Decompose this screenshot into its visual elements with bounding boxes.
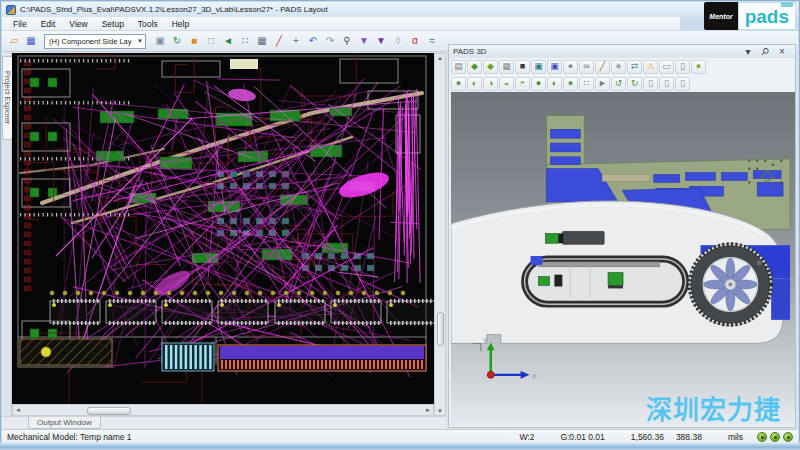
viewport-3d[interactable]: Y X: [451, 92, 795, 422]
undo-icon[interactable]: ↶: [305, 34, 321, 49]
view-iso-icon[interactable]: ◐: [547, 77, 562, 91]
scroll-left-icon[interactable]: ◄: [13, 407, 23, 413]
board-color-icon[interactable]: ■: [186, 34, 202, 49]
status-width: W:2: [519, 432, 534, 442]
view-bottom-icon[interactable]: ◐: [467, 77, 482, 91]
view-left-icon[interactable]: ◑: [483, 77, 498, 91]
move-icon[interactable]: +: [288, 34, 304, 49]
window-icon[interactable]: ▣: [152, 34, 168, 49]
mentor-logo: Mentor: [704, 2, 737, 30]
mirror-icon[interactable]: ⇄: [627, 60, 642, 74]
alpha-tool-icon[interactable]: α: [407, 34, 423, 49]
watermark: 深圳宏力捷: [646, 389, 781, 426]
new-sheet-icon[interactable]: □: [203, 34, 219, 49]
dimension-icon[interactable]: ∗: [611, 60, 626, 74]
view-ortho-icon[interactable]: ●: [563, 77, 578, 91]
sphere-icon[interactable]: ●: [691, 60, 706, 74]
scroll-right-icon[interactable]: ►: [423, 407, 433, 413]
heatpipe-loop: [525, 256, 686, 304]
pads-logo: pads: [738, 2, 796, 30]
draw-line-icon[interactable]: ╱: [271, 34, 287, 49]
image-icon[interactable]: ▦: [254, 34, 270, 49]
bookmark-teal-icon[interactable]: ▣: [531, 60, 546, 74]
vertical-scrollbar[interactable]: ▲ ▼: [434, 53, 446, 416]
report-icon[interactable]: ▭: [659, 60, 674, 74]
status-green-1[interactable]: [757, 432, 767, 442]
bright-component: [230, 59, 258, 69]
spin-view-icon[interactable]: ◆: [483, 60, 498, 74]
scroll-up-icon[interactable]: ▲: [435, 55, 445, 61]
snapshot1-icon[interactable]: ▯: [643, 77, 658, 91]
binoculars-icon[interactable]: ∞: [579, 60, 594, 74]
export-icon[interactable]: ▯: [675, 60, 690, 74]
horizontal-scroll-thumb[interactable]: [87, 407, 131, 415]
panel-window-buttons: ▾⚲×: [740, 44, 791, 59]
view-top-icon[interactable]: ●: [451, 77, 466, 91]
select-3d-icon[interactable]: ▤: [451, 60, 466, 74]
menu-tools[interactable]: Tools: [131, 19, 165, 29]
measure-icon[interactable]: ╱: [595, 60, 610, 74]
pads-3d-toolbar-1: ▤◆◆▦■▣▣●∞╱∗⇄⚠▭▯●: [451, 58, 793, 75]
menu-file[interactable]: File: [6, 19, 34, 29]
save-icon[interactable]: ▦: [23, 34, 39, 49]
blue-side-panel-3d: [771, 279, 790, 320]
pads-3d-title: PADS 3D: [453, 47, 487, 56]
pcb-canvas[interactable]: [12, 53, 434, 404]
grid-icon[interactable]: ∷: [237, 34, 253, 49]
menu-setup[interactable]: Setup: [95, 19, 131, 29]
window-title: C:\PADS_Stnd_Plus_Eval\PADSVX.1.2\Lesson…: [20, 5, 328, 14]
analysis-icon[interactable]: ≈: [424, 34, 440, 49]
axis-x-label: X: [532, 372, 538, 381]
pads-logo-tab: [781, 2, 793, 7]
zoom-3d-icon[interactable]: ●: [563, 60, 578, 74]
output-window-row: Output Window: [2, 416, 446, 429]
snapshot3-icon[interactable]: ▯: [675, 77, 690, 91]
select-filter-icon[interactable]: ◄: [220, 34, 236, 49]
status-grid: G:0.01 0.01: [560, 432, 604, 442]
fan-3d: [689, 243, 773, 326]
status-message: Mechanical Model: Temp name 1: [7, 432, 132, 442]
orbit-right-icon[interactable]: ↻: [627, 77, 642, 91]
status-green-2[interactable]: [770, 432, 780, 442]
menu-view[interactable]: View: [62, 19, 94, 29]
status-green-3[interactable]: [783, 432, 793, 442]
status-units[interactable]: mils: [728, 432, 743, 442]
horizontal-scrollbar[interactable]: ◄ ►: [12, 404, 434, 416]
view-back-icon[interactable]: ●: [531, 77, 546, 91]
layer-dropdown[interactable]: (H) Component Side Lay ▼: [44, 34, 146, 49]
title-bar[interactable]: C:\PADS_Stnd_Plus_Eval\PADSVX.1.2\Lesson…: [2, 2, 798, 17]
view-right-icon[interactable]: ◒: [499, 77, 514, 91]
menu-help[interactable]: Help: [165, 19, 196, 29]
drc-warning-icon[interactable]: ⚠: [643, 60, 658, 74]
vertical-scroll-thumb[interactable]: [437, 312, 444, 346]
redo-icon[interactable]: ↷: [322, 34, 338, 49]
zoom-icon[interactable]: ⚲: [339, 34, 355, 49]
pointer-3d-icon[interactable]: ►: [595, 77, 610, 91]
status-bar: Mechanical Model: Temp name 1 W:2 G:0.01…: [2, 429, 798, 443]
grid-3d-icon[interactable]: ∷: [579, 77, 594, 91]
brand-logo: Mentor pads: [704, 2, 796, 30]
pads-layout-window: C:\PADS_Stnd_Plus_Eval\PADSVX.1.2\Lesson…: [0, 0, 800, 450]
axis-y-label: Y: [483, 336, 489, 345]
status-y-coord: 388.38: [676, 432, 702, 442]
refresh-icon[interactable]: ↻: [169, 34, 185, 49]
status-x-coord: 1,560.36: [631, 432, 664, 442]
close-icon[interactable]: ×: [774, 44, 790, 59]
scroll-down-icon[interactable]: ▼: [435, 408, 445, 414]
bookmark-blue-icon[interactable]: ▣: [547, 60, 562, 74]
board-view-icon[interactable]: ▦: [499, 60, 514, 74]
tab-output-window[interactable]: Output Window: [28, 417, 101, 429]
view-front-icon[interactable]: ◓: [515, 77, 530, 91]
rotate-view-icon[interactable]: ◆: [467, 60, 482, 74]
menu-edit[interactable]: Edit: [34, 19, 63, 29]
route-filter2-icon[interactable]: ▼: [373, 34, 389, 49]
board-3d-icon[interactable]: ■: [515, 60, 530, 74]
route-filter-icon[interactable]: ▼: [356, 34, 372, 49]
tool-icon-group: ▣↻■□◄∷▦╱+↶↷⚲▼▼◊α≈: [152, 34, 441, 49]
snapshot2-icon[interactable]: ▯: [659, 77, 674, 91]
orbit-left-icon[interactable]: ↺: [611, 77, 626, 91]
eraser-icon[interactable]: ◊: [390, 34, 406, 49]
pads-3d-panel: PADS 3D ▾⚲× ▤◆◆▦■▣▣●∞╱∗⇄⚠▭▯● ●◐◑◒◓●◐●∷►↺…: [448, 44, 796, 428]
pads-3d-title-bar[interactable]: PADS 3D ▾⚲×: [449, 45, 795, 58]
open-file-icon[interactable]: ▱: [6, 34, 22, 49]
